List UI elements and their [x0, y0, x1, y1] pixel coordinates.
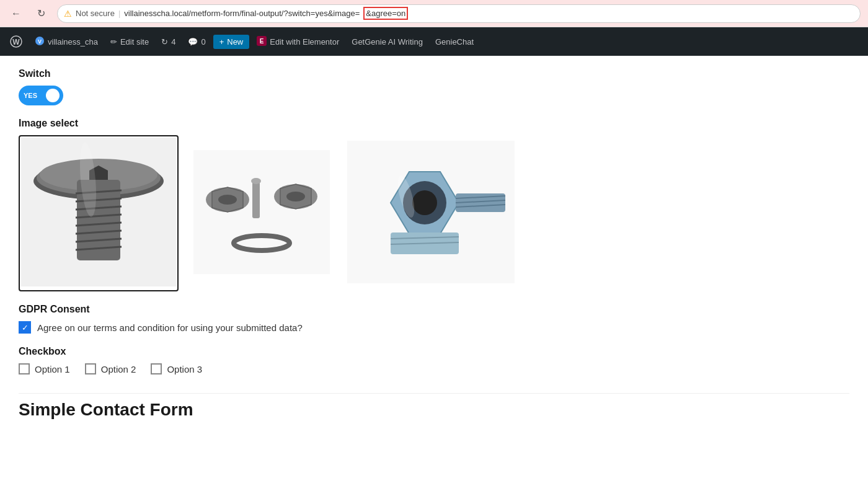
image-option-3[interactable]: [345, 138, 517, 288]
site-name-item[interactable]: V villainess_cha: [30, 27, 103, 56]
getgenie-item[interactable]: GetGenie AI Writing: [347, 27, 428, 56]
comments-item[interactable]: 💬 0: [183, 27, 210, 56]
svg-rect-25: [252, 181, 260, 218]
svg-point-34: [412, 190, 437, 215]
elementor-icon: E: [257, 36, 267, 48]
checkbox-options: Option 1 Option 2 Option 3: [19, 363, 849, 374]
toggle-yes-label: YES: [24, 92, 37, 99]
updates-icon: ↻: [161, 37, 168, 46]
toggle-knob: [46, 89, 60, 102]
image-select-grid: [19, 135, 849, 291]
back-button[interactable]: ←: [7, 5, 25, 22]
updates-item[interactable]: ↻ 4: [156, 27, 180, 56]
image-option-2[interactable]: [191, 148, 332, 279]
svg-point-24: [218, 195, 237, 205]
url-base-text: villainesscha.local/metform-form/final-o…: [124, 9, 360, 18]
gdpr-checkbox[interactable]: ✓: [19, 321, 31, 334]
wp-admin-bar: W V villainess_cha ✏ Edit site ↻ 4 💬 0 +…: [0, 27, 868, 56]
bolt-image-3: [347, 141, 515, 283]
checkbox-label: Checkbox: [19, 346, 849, 357]
edit-site-icon: ✏: [110, 37, 117, 46]
geniechat-label: GenieChat: [435, 37, 474, 46]
browser-chrome: ← ↻ ⚠ Not secure | villainesscha.local/m…: [0, 0, 868, 27]
elementor-item[interactable]: E Edit with Elementor: [252, 27, 344, 56]
switch-label: Switch: [19, 68, 849, 79]
checkbox-option-1-label: Option 1: [35, 364, 70, 374]
contact-form-title: Simple Contact Form: [19, 393, 849, 420]
comments-count: 0: [201, 37, 205, 46]
updates-count: 4: [171, 37, 175, 46]
gdpr-check-row: ✓ Agree on our terms and condition for u…: [19, 321, 849, 334]
checkbox-box-3[interactable]: [151, 363, 162, 374]
checkbox-option-1[interactable]: Option 1: [19, 363, 70, 374]
security-warning-icon: ⚠: [64, 9, 72, 19]
image-select-section: Image select: [19, 118, 849, 291]
divider: |: [118, 9, 120, 18]
checkbox-box-1[interactable]: [19, 363, 30, 374]
elementor-label: Edit with Elementor: [270, 37, 339, 46]
plus-icon: +: [219, 37, 224, 46]
getgenie-label: GetGenie AI Writing: [352, 37, 423, 46]
gdpr-agreement-text: Agree on our terms and condition for usi…: [37, 322, 303, 333]
svg-rect-21: [193, 150, 330, 274]
svg-point-26: [251, 178, 261, 184]
url-highlight-text: &agree=on: [363, 7, 408, 20]
gdpr-label: GDPR Consent: [19, 304, 849, 315]
svg-text:W: W: [12, 38, 20, 46]
checkbox-option-2-label: Option 2: [101, 364, 136, 374]
bolt-image-1: [21, 138, 176, 286]
comments-icon: 💬: [188, 37, 198, 46]
image-select-label: Image select: [19, 118, 849, 129]
svg-text:E: E: [260, 38, 264, 45]
image-option-1[interactable]: [19, 135, 179, 291]
checkbox-section: Checkbox Option 1 Option 2 Option 3: [19, 346, 849, 374]
switch-container: YES: [19, 86, 849, 105]
site-name-label: villainess_cha: [48, 37, 98, 46]
svg-text:V: V: [38, 38, 42, 45]
not-secure-label: Not secure: [76, 9, 115, 18]
bolt-image-2: [193, 150, 330, 274]
checkbox-option-3-label: Option 3: [167, 364, 202, 374]
refresh-button[interactable]: ↻: [32, 5, 50, 22]
checkbox-option-2[interactable]: Option 2: [85, 363, 136, 374]
main-content: Switch YES Image select: [0, 56, 868, 432]
site-favicon: V: [35, 36, 45, 48]
geniechat-item[interactable]: GenieChat: [430, 27, 479, 56]
wp-logo-icon[interactable]: W: [5, 27, 27, 56]
checkbox-option-3[interactable]: Option 3: [151, 363, 202, 374]
svg-point-29: [286, 192, 305, 202]
checkmark-icon: ✓: [22, 323, 29, 332]
checkbox-box-2[interactable]: [85, 363, 96, 374]
edit-site-item[interactable]: ✏ Edit site: [105, 27, 154, 56]
new-label: New: [227, 37, 243, 46]
toggle-switch[interactable]: YES: [19, 86, 63, 105]
new-item[interactable]: + New: [213, 35, 250, 49]
gdpr-section: GDPR Consent ✓ Agree on our terms and co…: [19, 304, 849, 334]
address-bar[interactable]: ⚠ Not secure | villainesscha.local/metfo…: [57, 4, 861, 23]
edit-site-label: Edit site: [120, 37, 149, 46]
